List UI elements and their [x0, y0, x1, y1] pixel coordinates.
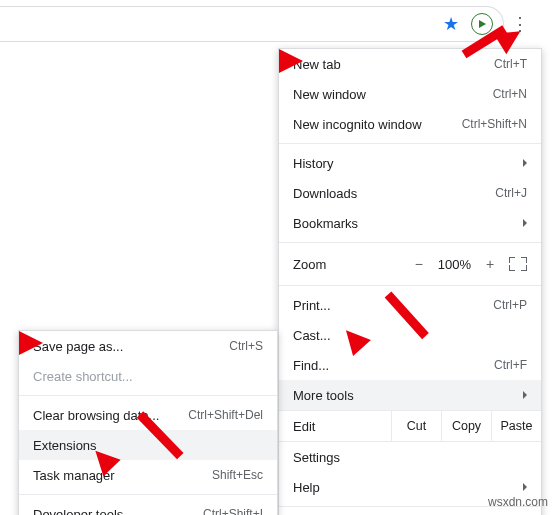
submenu-item-extensions[interactable]: Extensions [19, 430, 277, 460]
menu-item-downloads[interactable]: Downloads Ctrl+J [279, 178, 541, 208]
menu-label: New tab [293, 57, 494, 72]
menu-item-print[interactable]: Print... Ctrl+P [279, 290, 541, 320]
submenu-item-create-shortcut: Create shortcut... [19, 361, 277, 391]
menu-item-zoom: Zoom − 100% + [279, 247, 541, 281]
omnibox[interactable]: ★ [0, 6, 504, 42]
menu-item-edit-row: Edit Cut Copy Paste [279, 410, 541, 442]
extension-badge-icon[interactable] [471, 13, 493, 35]
chrome-main-menu: New tab Ctrl+T New window Ctrl+N New inc… [278, 48, 542, 515]
menu-item-new-tab[interactable]: New tab Ctrl+T [279, 49, 541, 79]
menu-item-settings[interactable]: Settings [279, 442, 541, 472]
edit-copy-button[interactable]: Copy [441, 411, 491, 441]
chevron-right-icon [523, 483, 527, 491]
menu-item-more-tools[interactable]: More tools [279, 380, 541, 410]
zoom-in-button[interactable]: + [481, 256, 499, 272]
bookmark-star-icon[interactable]: ★ [443, 13, 459, 35]
menu-button-icon[interactable]: ⋮ [508, 12, 532, 36]
menu-item-exit[interactable]: Exit [279, 511, 541, 515]
submenu-item-clear-data[interactable]: Clear browsing data... Ctrl+Shift+Del [19, 400, 277, 430]
edit-paste-button[interactable]: Paste [491, 411, 541, 441]
menu-item-cast[interactable]: Cast... [279, 320, 541, 350]
chevron-right-icon [523, 391, 527, 399]
chevron-right-icon [523, 219, 527, 227]
fullscreen-icon[interactable] [509, 257, 527, 271]
chevron-right-icon [523, 159, 527, 167]
menu-item-new-window[interactable]: New window Ctrl+N [279, 79, 541, 109]
menu-item-bookmarks[interactable]: Bookmarks [279, 208, 541, 238]
menu-shortcut: Ctrl+T [494, 57, 527, 71]
menu-item-history[interactable]: History [279, 148, 541, 178]
menu-item-incognito[interactable]: New incognito window Ctrl+Shift+N [279, 109, 541, 139]
edit-cut-button[interactable]: Cut [391, 411, 441, 441]
more-tools-submenu: Save page as... Ctrl+S Create shortcut..… [18, 330, 278, 515]
watermark: wsxdn.com [488, 495, 548, 509]
submenu-item-developer-tools[interactable]: Developer tools Ctrl+Shift+I [19, 499, 277, 515]
menu-item-find[interactable]: Find... Ctrl+F [279, 350, 541, 380]
submenu-item-task-manager[interactable]: Task manager Shift+Esc [19, 460, 277, 490]
zoom-value: 100% [438, 257, 471, 272]
svg-marker-0 [479, 20, 486, 28]
submenu-item-save-page[interactable]: Save page as... Ctrl+S [19, 331, 277, 361]
zoom-out-button[interactable]: − [410, 256, 428, 272]
